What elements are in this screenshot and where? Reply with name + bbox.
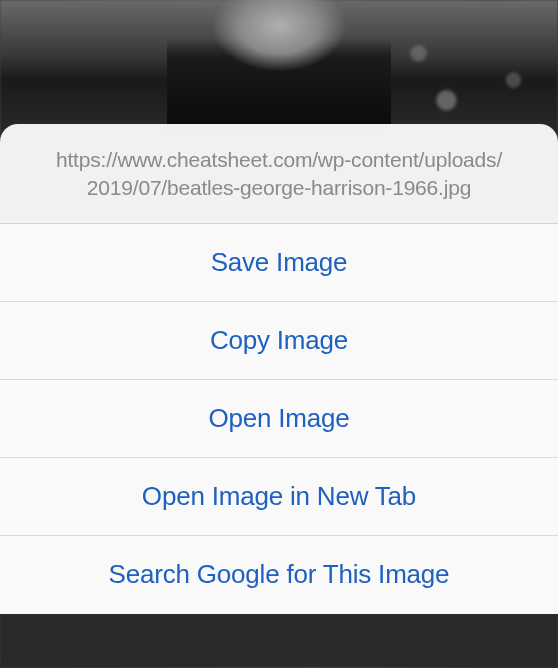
open-image-button[interactable]: Open Image <box>0 380 558 458</box>
open-image-new-tab-button[interactable]: Open Image in New Tab <box>0 458 558 536</box>
search-google-image-label: Search Google for This Image <box>109 559 450 590</box>
open-image-new-tab-label: Open Image in New Tab <box>142 481 416 512</box>
search-google-image-button[interactable]: Search Google for This Image <box>0 536 558 614</box>
copy-image-button[interactable]: Copy Image <box>0 302 558 380</box>
url-text-line1: https://www.cheatsheet.com/wp-content/up… <box>28 146 530 174</box>
copy-image-label: Copy Image <box>210 325 348 356</box>
url-text-line2: 2019/07/beatles-george-harrison-1966.jpg <box>28 174 530 202</box>
context-menu-sheet: https://www.cheatsheet.com/wp-content/up… <box>0 124 558 614</box>
save-image-button[interactable]: Save Image <box>0 224 558 302</box>
background-person <box>167 0 390 130</box>
save-image-label: Save Image <box>211 247 348 278</box>
open-image-label: Open Image <box>208 403 349 434</box>
image-url-header: https://www.cheatsheet.com/wp-content/up… <box>0 124 558 224</box>
